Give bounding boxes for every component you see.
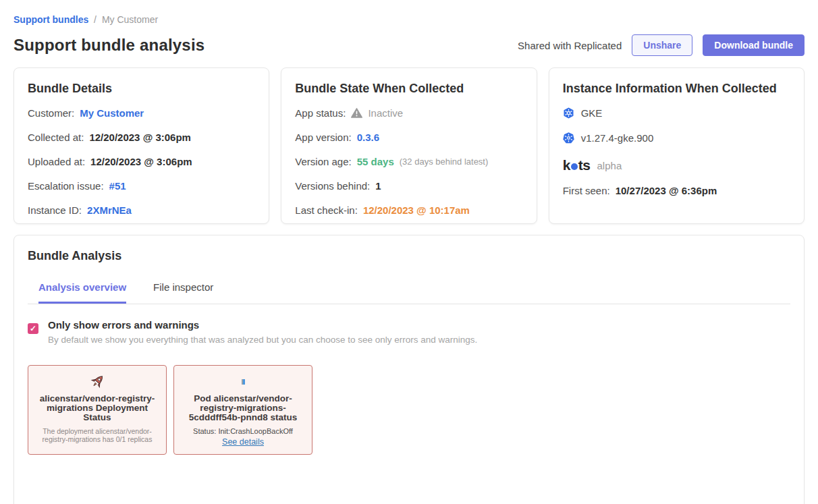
collected-at-row: Collected at: 12/20/2023 @ 3:06pm	[28, 132, 255, 143]
issue-card-deployment-status[interactable]: alicenstar/vendor-registry-migrations De…	[28, 365, 167, 455]
first-seen-row: First seen: 10/27/2023 @ 6:36pm	[563, 185, 790, 196]
versions-behind-row: Versions behind: 1	[295, 180, 522, 192]
issue-cards: alicenstar/vendor-registry-migrations De…	[28, 365, 790, 455]
bundle-details-title: Bundle Details	[28, 82, 255, 96]
tab-analysis-overview[interactable]: Analysis overview	[38, 281, 126, 304]
customer-row: Customer: My Customer	[28, 107, 255, 119]
customer-link[interactable]: My Customer	[80, 107, 144, 119]
bundle-details-card: Bundle Details Customer: My Customer Col…	[13, 67, 269, 224]
filter-text: Only show errors and warnings By default…	[48, 319, 477, 345]
bundle-state-card: Bundle State When Collected App status: …	[281, 67, 537, 224]
only-errors-checkbox[interactable]	[28, 323, 38, 334]
uploaded-at-row: Uploaded at: 12/20/2023 @ 3:06pm	[28, 156, 255, 167]
issue-title: Pod alicenstar/vendor-registry-migration…	[180, 394, 306, 423]
issue-card-pod-status[interactable]: Pod alicenstar/vendor-registry-migration…	[173, 365, 312, 455]
tab-file-inspector[interactable]: File inspector	[153, 281, 213, 304]
distribution-value: GKE	[581, 107, 603, 119]
download-bundle-button[interactable]: Download bundle	[703, 34, 805, 56]
issue-status: Status: Init:CrashLoopBackOff	[180, 427, 306, 435]
breadcrumb-link-support-bundles[interactable]: Support bundles	[13, 14, 88, 25]
page-title: Support bundle analysis	[13, 36, 204, 55]
gke-icon	[563, 107, 574, 119]
app-version-row: App version: 0.3.6	[295, 132, 522, 143]
see-details-link[interactable]: See details	[222, 437, 264, 447]
app-status-row: App status: Inactive	[295, 107, 522, 119]
breadcrumb-current: My Customer	[102, 14, 158, 25]
info-cards-row: Bundle Details Customer: My Customer Col…	[13, 67, 805, 224]
analysis-tabs: Analysis overview File inspector	[28, 281, 790, 304]
escalation-issue-link[interactable]: #51	[109, 180, 126, 192]
filter-description: By default we show you everything that w…	[48, 335, 477, 345]
app-version-link[interactable]: 0.3.6	[357, 132, 379, 143]
filter-label: Only show errors and warnings	[48, 319, 477, 331]
bundle-state-title: Bundle State When Collected	[295, 82, 522, 96]
page-header: Support bundle analysis Shared with Repl…	[13, 34, 805, 56]
kots-logo: kts	[563, 157, 591, 173]
breadcrumb-separator: /	[94, 14, 97, 25]
pod-icon	[180, 372, 306, 391]
escalation-issue-row: Escalation issue: #51	[28, 180, 255, 192]
kots-logo-dot	[571, 163, 578, 170]
kots-version-value: alpha	[597, 160, 622, 171]
k8s-version-row: v1.27.4-gke.900	[563, 132, 790, 144]
kubernetes-icon	[563, 132, 574, 144]
support-bundle-analysis-page: Support bundles / My Customer Support bu…	[0, 0, 818, 504]
warning-icon	[351, 108, 362, 118]
issue-description: The deployment alicenstar/vendor-registr…	[34, 427, 161, 443]
distribution-row: GKE	[563, 107, 790, 119]
unshare-button[interactable]: Unshare	[632, 34, 692, 56]
bundle-analysis-title: Bundle Analysis	[28, 249, 790, 263]
instance-info-card: Instance Information When Collected GKE …	[549, 67, 805, 224]
instance-id-link[interactable]: 2XMrNEa	[87, 204, 132, 216]
shared-status-text: Shared with Replicated	[518, 40, 622, 51]
version-age-row: Version age: 55 days (32 days behind lat…	[295, 156, 522, 167]
last-checkin-row: Last check-in: 12/20/2023 @ 10:17am	[295, 204, 522, 216]
issue-title: alicenstar/vendor-registry-migrations De…	[34, 394, 161, 423]
instance-info-title: Instance Information When Collected	[563, 82, 790, 96]
header-actions: Shared with Replicated Unshare Download …	[518, 34, 805, 56]
k8s-version-value: v1.27.4-gke.900	[581, 132, 654, 144]
errors-warnings-filter: Only show errors and warnings By default…	[28, 319, 790, 345]
bundle-analysis-card: Bundle Analysis Analysis overview File i…	[13, 235, 805, 504]
breadcrumb: Support bundles / My Customer	[13, 0, 805, 25]
kots-row: kts alpha	[563, 157, 790, 173]
rocket-icon	[34, 372, 161, 391]
instance-id-row: Instance ID: 2XMrNEa	[28, 204, 255, 216]
